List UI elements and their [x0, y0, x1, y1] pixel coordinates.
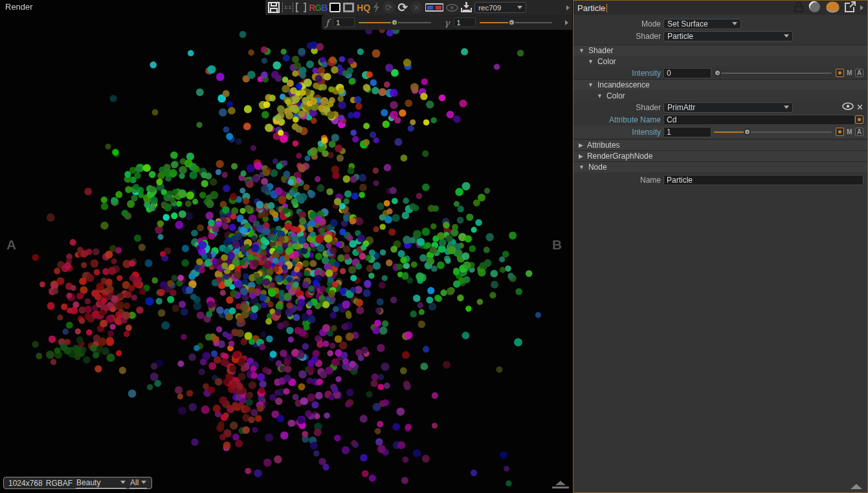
group-rendergraphnode[interactable]: ▶ RenderGraphNode: [573, 150, 867, 161]
value-state-m-badge[interactable]: M: [845, 69, 854, 77]
value-state-a-badge[interactable]: A: [855, 128, 863, 136]
node-name-input[interactable]: [663, 175, 863, 185]
toolbar-row1-expand-icon[interactable]: [566, 1, 570, 14]
chevron-down-icon: [784, 106, 789, 109]
monitor-toolbar-row1: 1:1 RGB HQ ⟳ ⟳ ✕: [265, 0, 572, 15]
color-intensity-slider[interactable]: [714, 69, 832, 77]
scroll-up-icon[interactable]: [851, 484, 862, 489]
cancel-render-icon[interactable]: ✕: [410, 1, 423, 14]
hq-label: HQ: [357, 3, 370, 13]
exposure-slider[interactable]: [359, 19, 431, 26]
group-shader[interactable]: ▼ Shader: [573, 45, 867, 56]
triangle-down-icon: ▼: [588, 58, 594, 65]
triangle-right-icon: ▶: [579, 142, 583, 148]
triangle-down-icon: ▼: [588, 82, 594, 88]
pass-dropdown[interactable]: Beauty: [76, 478, 126, 488]
stereo-3d-glasses-icon[interactable]: [425, 1, 443, 14]
gamma-input[interactable]: [454, 17, 476, 27]
value-state-local-badge[interactable]: [836, 69, 844, 77]
lock-icon[interactable]: [794, 1, 804, 14]
group-incandescence[interactable]: ▼ Incandescence: [573, 79, 867, 90]
incand-shader-label: Shader: [573, 103, 663, 112]
rgb-channels-icon[interactable]: RGB: [309, 1, 327, 14]
attribute-name-row: Attribute Name: [573, 113, 867, 126]
value-state-local-badge[interactable]: [855, 115, 863, 124]
pass-value: Beauty: [76, 478, 100, 487]
chevron-down-icon: [517, 6, 522, 9]
shader-value: Particle: [667, 32, 693, 41]
export-image-icon[interactable]: [461, 1, 472, 14]
render-viewport[interactable]: Render A B 1:1 RGB HQ ⟳ ⟳ ✕: [0, 0, 573, 493]
incand-shader-value: PrimAttr: [667, 103, 695, 112]
liveness-ball-icon[interactable]: [825, 1, 840, 15]
value-state-a-badge[interactable]: A: [855, 69, 863, 77]
text-caret: [606, 4, 607, 12]
chevron-down-icon: [141, 481, 146, 484]
chevron-down-icon: [732, 22, 737, 25]
node-title-field[interactable]: Particle: [577, 3, 605, 13]
region-of-interest-icon[interactable]: [343, 1, 354, 14]
cache-cycle-icon[interactable]: ⟳: [383, 1, 395, 14]
monitor-toolbar-row2: ƒ γ: [322, 15, 572, 30]
hq-toggle-icon[interactable]: HQ: [357, 1, 370, 14]
mode-dropdown[interactable]: Set Surface: [663, 19, 741, 29]
toolbar-row2-expand-icon[interactable]: [565, 16, 568, 29]
shading-ball-icon[interactable]: [808, 1, 821, 15]
eye-icon[interactable]: [842, 102, 854, 112]
incand-intensity-row: Intensity M A: [573, 126, 867, 138]
incand-shader-row: Shader PrimAttr ✕: [573, 101, 867, 113]
eye-preview-icon[interactable]: [446, 1, 458, 14]
viewport-expander-handle[interactable]: [552, 481, 569, 488]
render-tab-label[interactable]: Render: [5, 2, 33, 12]
alpha-channel-icon[interactable]: [329, 1, 340, 14]
group-node[interactable]: ▼ Node: [573, 161, 867, 172]
lightning-icon[interactable]: [373, 1, 380, 14]
exposure-input[interactable]: [333, 17, 355, 27]
snapshot-marker-a: A: [6, 237, 16, 253]
group-attributes[interactable]: ▶ Attributes: [573, 139, 867, 150]
triangle-down-icon: ▼: [579, 164, 584, 170]
zoom-1to1-icon[interactable]: 1:1: [282, 3, 293, 12]
group-color2-label: Color: [606, 91, 625, 100]
render-status-bar: 1024x768 RGBAF Beauty All: [3, 477, 152, 489]
gamma-symbol: γ: [444, 17, 449, 28]
colorspace-value: rec709: [478, 4, 501, 12]
value-state-m-badge[interactable]: M: [845, 128, 854, 136]
colorspace-dropdown[interactable]: rec709: [474, 2, 526, 13]
channels-dropdown[interactable]: All: [129, 478, 147, 488]
panel-more-icon[interactable]: [860, 5, 863, 10]
zoom-1to1-label: 1:1: [284, 5, 291, 10]
particle-render-image[interactable]: [0, 0, 573, 493]
incand-intensity-input[interactable]: [663, 127, 711, 137]
group-attributes-label: Attributes: [587, 141, 620, 150]
group-rendergraphnode-label: RenderGraphNode: [587, 152, 652, 161]
save-snapshot-icon[interactable]: [268, 1, 280, 14]
group-incandescence-label: Incandescence: [597, 80, 650, 89]
incand-intensity-label: Intensity: [573, 128, 663, 137]
mode-row: Mode Set Surface: [573, 17, 867, 30]
group-color2[interactable]: ▼ Color: [573, 90, 867, 101]
incand-intensity-slider[interactable]: [714, 128, 832, 136]
attribute-name-input[interactable]: [663, 115, 855, 125]
rgb-g: G: [315, 3, 321, 13]
open-external-icon[interactable]: [845, 1, 856, 14]
triangle-right-icon: ▶: [579, 153, 583, 159]
shader-dropdown[interactable]: Particle: [663, 31, 793, 41]
group-color1[interactable]: ▼ Color: [573, 56, 867, 67]
attribute-name-label: Attribute Name: [573, 115, 663, 124]
format-label: RGBAF: [46, 479, 72, 488]
shader-label: Shader: [573, 32, 663, 41]
frame-fit-icon[interactable]: [296, 1, 306, 14]
delete-icon[interactable]: ✕: [856, 102, 863, 112]
color-intensity-input[interactable]: [663, 68, 711, 78]
gamma-slider[interactable]: [480, 19, 552, 26]
group-shader-label: Shader: [588, 46, 614, 55]
parameter-panel: Particle: [573, 0, 868, 493]
incand-shader-dropdown[interactable]: PrimAttr: [663, 102, 793, 113]
value-state-local-badge[interactable]: [836, 128, 844, 136]
rerender-icon[interactable]: ⟳: [397, 1, 408, 14]
panel-header: Particle: [573, 1, 867, 15]
group-color1-label: Color: [597, 57, 616, 66]
node-name-row: Name: [573, 174, 867, 186]
rgb-b: B: [321, 3, 327, 13]
